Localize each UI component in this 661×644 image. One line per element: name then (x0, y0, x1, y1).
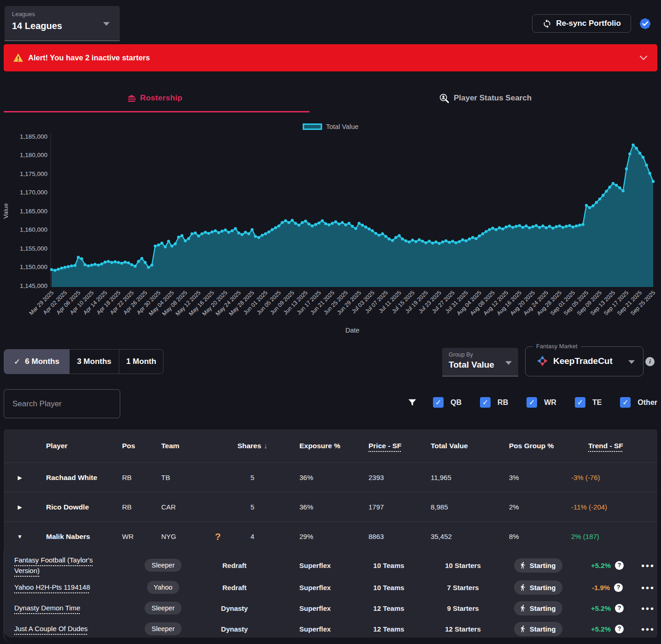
inactive-starters-alert[interactable]: Alert! You have 2 inactive starters (4, 44, 657, 71)
leagues-select[interactable]: Leagues 14 Leagues (5, 6, 120, 41)
fantasy-market-value: KeepTradeCut (553, 356, 613, 366)
running-person-icon (519, 584, 526, 591)
starting-status-badge: Starting (514, 622, 563, 636)
svg-text:1,185,000: 1,185,000 (20, 133, 47, 140)
league-name-link[interactable]: Dynasty Demon Time (4, 603, 108, 613)
starting-status-badge: Starting (514, 601, 563, 615)
column-header-player: Player (36, 442, 119, 450)
help-icon[interactable]: ? (615, 625, 624, 633)
position-filter-other: ✓Other (620, 397, 657, 408)
svg-text:1,145,000: 1,145,000 (20, 282, 47, 289)
player-status-question-icon[interactable]: ? (206, 531, 229, 542)
league-starters: 7 Starters (426, 584, 500, 591)
starting-status-badge: Starting (514, 580, 563, 595)
help-icon[interactable]: ? (614, 583, 623, 592)
expand-row-icon[interactable]: ▶ (4, 504, 36, 510)
league-row: Just A Couple Of DudesSleeperDynastySupe… (4, 619, 657, 639)
search-player-input[interactable] (4, 389, 120, 418)
position-filter-qb: ✓QB (433, 397, 462, 408)
player-shares: 5 (229, 474, 275, 481)
column-header-label: Team (161, 442, 179, 450)
league-trend: +5.2%? (576, 625, 638, 633)
league-starters: 12 Starters (426, 625, 500, 633)
player-exposure: 29% (275, 533, 349, 540)
check-icon: ✓ (14, 357, 20, 367)
chevron-down-icon (628, 360, 635, 364)
player-table: PlayerPosTeamShares↓Exposure %Price - SF… (4, 429, 657, 638)
group-by-select[interactable]: Group By Total Value (442, 348, 518, 376)
table-row[interactable]: ▶Rachaad WhiteRBTB536%239311,9653%-3% (-… (4, 463, 657, 492)
position-filter-label: RB (497, 398, 508, 407)
alert-text: Alert! You have 2 inactive starters (28, 53, 150, 62)
fantasy-market-select[interactable]: Fantasy Market KeepTradeCut (525, 346, 643, 376)
range-button-3-months[interactable]: 3 Months (70, 349, 119, 374)
league-type: Dynasty (191, 625, 278, 633)
league-trend: +5.2%? (576, 561, 638, 570)
league-trend: +5.2%? (576, 604, 638, 613)
column-header-trend[interactable]: Trend - SF (566, 442, 657, 450)
help-icon[interactable]: ? (615, 561, 624, 570)
league-row: Dynasty Demon TimeSleeperDynastySuperfle… (4, 598, 657, 619)
leagues-select-label: Leagues (12, 11, 112, 18)
row-menu-button[interactable]: ●●● (638, 584, 657, 591)
starting-status-label: Starting (530, 625, 556, 633)
column-header-shares[interactable]: Shares↓ (229, 442, 275, 450)
player-trend-sf: -11% (-204) (566, 503, 657, 511)
running-person-icon (519, 562, 526, 569)
checkbox-other[interactable]: ✓ (620, 397, 631, 408)
league-format: Superflex (278, 584, 352, 591)
player-name: Rachaad White (36, 474, 119, 482)
running-person-icon (519, 604, 526, 612)
info-icon[interactable]: i (645, 357, 655, 366)
league-trend-value: +5.2% (591, 625, 611, 633)
player-total-value: 35,452 (414, 533, 483, 540)
row-menu-button[interactable]: ●●● (638, 626, 657, 632)
table-row[interactable]: ▶Rico DowdleRBCAR536%17978,9852%-11% (-2… (4, 492, 657, 521)
tab-rostership[interactable]: Rostership (0, 87, 310, 110)
chevron-down-icon (505, 361, 512, 365)
range-button-1-month[interactable]: 1 Month (119, 349, 164, 374)
resync-portfolio-button[interactable]: Re-sync Portfolio (532, 14, 631, 33)
total-value-chart: 1,185,0001,180,0001,175,0001,170,0001,16… (0, 117, 661, 341)
player-name: Malik Nabers (36, 533, 119, 541)
checkbox-rb[interactable]: ✓ (480, 397, 491, 408)
player-pos: RB (119, 503, 160, 511)
collapse-row-icon[interactable]: ▼ (4, 533, 36, 540)
column-header-label: Pos (122, 442, 135, 450)
column-header-pos_group: Pos Group % (483, 442, 566, 450)
player-price-sf: 1797 (349, 503, 414, 511)
warning-icon (13, 53, 23, 63)
league-starters: 10 Starters (426, 562, 500, 569)
league-name-link[interactable]: Fantasy Football (Taylor's Version) (4, 555, 108, 576)
platform-badge: Sleeper (145, 602, 181, 615)
column-header-label: Shares (237, 442, 261, 450)
league-name-link[interactable]: Yahoo H2H-Pts 1194148 (4, 582, 108, 592)
league-trend-value: +5.2% (591, 562, 611, 569)
expand-row-icon[interactable]: ▶ (4, 474, 36, 481)
player-pos-group: 2% (483, 503, 566, 511)
league-format: Superflex (278, 625, 352, 633)
row-menu-button[interactable]: ●●● (638, 605, 657, 612)
alert-expand-chevron-icon[interactable] (639, 55, 648, 61)
player-exposure: 36% (275, 474, 349, 481)
checkbox-te[interactable]: ✓ (575, 397, 585, 408)
league-trend: -1.9%? (576, 583, 638, 592)
checkbox-wr[interactable]: ✓ (526, 397, 537, 408)
column-header-price[interactable]: Price - SF (349, 442, 414, 450)
position-filter-label: TE (592, 398, 602, 407)
row-menu-button[interactable]: ●●● (638, 562, 657, 569)
league-trend-value: -1.9% (592, 584, 610, 591)
leagues-select-value: 14 Leagues (12, 21, 112, 31)
help-icon[interactable]: ? (615, 604, 624, 613)
filter-funnel-icon[interactable] (407, 398, 417, 408)
tab-player-status-search[interactable]: Player Status Search (310, 87, 661, 110)
player-team: TB (160, 474, 206, 481)
league-starters: 9 Starters (426, 604, 500, 612)
total-value-chart-section: Total Value 1,185,0001,180,0001,175,0001… (0, 117, 661, 341)
range-button-6-months[interactable]: ✓6 Months (4, 349, 70, 374)
league-name-link[interactable]: Just A Couple Of Dudes (4, 623, 108, 634)
column-header-pos: Pos (119, 442, 160, 450)
group-by-label: Group By (449, 351, 512, 358)
checkbox-qb[interactable]: ✓ (433, 397, 444, 408)
table-row[interactable]: ▼Malik NabersWRNYG?429%886335,4528%2% (1… (4, 521, 657, 551)
